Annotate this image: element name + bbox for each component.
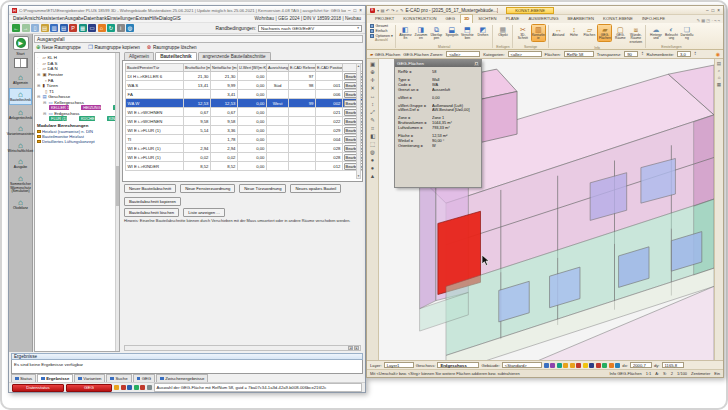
table-row[interactable]: WI E i->WOHNEN9,589,580,00 022 Bearbeite… [126, 117, 364, 126]
nav-item[interactable]: ⌂ Bauteiltechnik [9, 88, 32, 106]
column-header[interactable]: Ausrichtung [267, 64, 289, 72]
ribbon-tab[interactable]: 3D [460, 14, 473, 23]
nav-item[interactable]: ⌂ Anlagentechnik [9, 106, 32, 122]
tool-icon[interactable]: ▤ [717, 61, 721, 66]
paint-icon[interactable]: ◉ [716, 51, 720, 57]
qat-icon[interactable]: ↶ [386, 8, 390, 13]
tool-icon[interactable]: ⌂ [718, 75, 721, 80]
table-scrollbar[interactable]: ▲▼ [356, 63, 361, 179]
bottom-tab[interactable]: GEG [133, 374, 156, 382]
table-row[interactable]: WA S13,419,990,00 Süd98001 Bearbeiten [126, 81, 364, 90]
ribbon-button[interactable]: ◩Drehen [475, 24, 490, 39]
menu-item[interactable]: Hilfe [149, 16, 159, 21]
view-toggle-icon[interactable] [596, 363, 601, 368]
maximize-button[interactable]: □ [712, 8, 715, 13]
view-toggle-icon[interactable] [557, 363, 562, 368]
tool-icon[interactable]: ⤢ [370, 109, 374, 116]
zonen-select[interactable]: <alle> [446, 51, 480, 58]
toolbar-icon[interactable]: ⌂ [98, 24, 106, 32]
room-item[interactable]: KELLER 1 [49, 105, 69, 110]
geg-badge[interactable]: GEG [66, 384, 112, 392]
menu-item[interactable]: Assistenten [40, 16, 65, 21]
rahmen-input[interactable]: 3,0 [677, 51, 691, 58]
column-header[interactable]: Nettofläche [m²] [211, 64, 238, 72]
footer-button[interactable]: Bauteilabschnitt kopieren [124, 197, 181, 206]
tool-icon[interactable]: ✕ [370, 85, 375, 92]
ribbon-tab[interactable]: Konstruktion [399, 14, 440, 23]
status-icon[interactable] [127, 385, 132, 390]
kategorien-select[interactable]: <alle> [508, 51, 542, 58]
status-icon[interactable] [140, 385, 145, 390]
table-row[interactable]: WI E i->FLUR (1)0,020,020,00 028 Bearbei… [126, 153, 364, 162]
close-button[interactable]: × [717, 8, 720, 13]
status-icon[interactable] [121, 385, 126, 390]
tab[interactable]: Allgemein [124, 52, 154, 60]
menu-item[interactable]: Datenbank [84, 16, 107, 21]
ribbon-button[interactable]: ▢GEG-Räume [613, 24, 628, 42]
close-button[interactable]: × [359, 8, 362, 13]
ribbon-button[interactable]: ▱Flächen [582, 24, 597, 39]
tool-icon[interactable]: ◍ [370, 149, 375, 156]
table-row[interactable]: FA3,410,00 006 Bearbeiten [126, 90, 364, 99]
ribbon-tab[interactable]: Projekt [371, 14, 398, 23]
footer-button[interactable]: Neue Türzuordnung [239, 184, 286, 193]
copy-raumgruppe-button[interactable]: ❐Raumgruppe kopieren [88, 45, 140, 50]
randbedingungen-select[interactable]: Nachweis nach GEG/EnEV [258, 25, 362, 32]
bottom-tab[interactable]: Status [11, 374, 36, 382]
ribbon-button[interactable]: ⬒Verschieben [460, 24, 475, 42]
room-item[interactable]: HEIZUNG [81, 105, 101, 110]
table-row[interactable]: WA W12,5312,530,00 West99002 Bearbeiten [126, 99, 364, 108]
table-row[interactable]: WI E i->KINDER8,528,520,00 012 Bearbeite… [126, 162, 364, 171]
tool-icon[interactable]: ● [371, 157, 374, 164]
delete-raumgruppe-button[interactable]: ⊗Raumgruppe löschen [147, 45, 197, 50]
menu-item[interactable]: Extras [136, 16, 150, 21]
dy-input[interactable]: 1165,8 [662, 362, 684, 369]
konst-ebene-highlight[interactable]: KONST-EBENE [506, 7, 554, 14]
nav-item[interactable]: ⌂ Sommerlicher Wärmeschutz (Simulation) [9, 173, 32, 196]
bottom-tab[interactable]: Suche [106, 374, 131, 382]
menu-item[interactable]: Ansicht [24, 16, 40, 21]
minimize-button[interactable]: – [706, 8, 709, 13]
ribbon-tab[interactable]: GEG [442, 14, 459, 23]
toolbar-icon[interactable]: ▤ [41, 24, 49, 32]
room-item[interactable]: FLUR (1) [49, 116, 67, 121]
minimize-button[interactable]: – [348, 8, 351, 13]
view-toggle-icon[interactable] [583, 363, 588, 368]
ribbon-button[interactable]: ▰GEG-Flächen [597, 24, 612, 42]
gebaeude-select[interactable]: <Standard> [502, 362, 542, 369]
toolbar-icon[interactable]: ← [12, 24, 20, 32]
tree-scrollbar[interactable] [115, 53, 119, 351]
ribbon-button[interactable]: ↔Abstand [551, 24, 566, 39]
ribbon-button[interactable]: ◨Zusammen [413, 24, 428, 42]
tab[interactable]: angrenzende Bauteilabschnitte [198, 52, 271, 60]
tool-icon[interactable]: ⬚ [370, 141, 375, 148]
toolbar-icon[interactable]: ◍ [126, 24, 134, 32]
datenstatus-badge[interactable]: Datenstatus [12, 384, 64, 392]
ribbon-button[interactable]: ⧈Wände-Räume ersetzen [628, 24, 643, 46]
menu-item[interactable]: Dialog [159, 16, 173, 21]
ribbon-button[interactable]: ⧉Überlappen [429, 24, 444, 42]
ribbon-button[interactable]: ▥Konturlinie [531, 24, 546, 42]
view-toggle-icon[interactable] [602, 363, 607, 368]
geschoss-select[interactable]: Erdgeschoss [437, 362, 479, 369]
ribbon-button[interactable]: ✂3D-Schnitt [515, 24, 530, 42]
transparenz-input[interactable]: 90 [624, 51, 638, 58]
status-icon[interactable] [114, 385, 119, 390]
ribbon-button[interactable]: ▦Objekt [495, 24, 510, 39]
spinner[interactable]: ▲▼ [694, 52, 696, 57]
popup-close-icon[interactable]: ✕ [474, 61, 479, 66]
footer-button[interactable]: Neuer Bauteilabschnitt [124, 184, 176, 193]
ribbon-tab[interactable]: Auswertung [524, 14, 562, 23]
view-toggle-icon[interactable] [563, 363, 568, 368]
maximize-button[interactable]: □ [354, 8, 357, 13]
book-icon[interactable] [14, 58, 28, 68]
toolbar-icon[interactable]: ▦ [79, 24, 87, 32]
start-button[interactable]: ▶ [13, 36, 29, 50]
toolbar-icon[interactable]: P [69, 24, 77, 32]
view-toggle-icon[interactable] [576, 363, 581, 368]
footer-button[interactable]: Neues opakes Bauteil [290, 184, 341, 193]
table-row[interactable]: WI E i->WOHNEN0,670,670,00 021 Bearbeite… [126, 108, 364, 117]
tool-icon[interactable]: ◧ [370, 133, 375, 140]
column-header[interactable]: U-Wert [W/(m²K)] [238, 64, 267, 72]
column-header[interactable]: Bruttofläche [m²] [184, 64, 211, 72]
